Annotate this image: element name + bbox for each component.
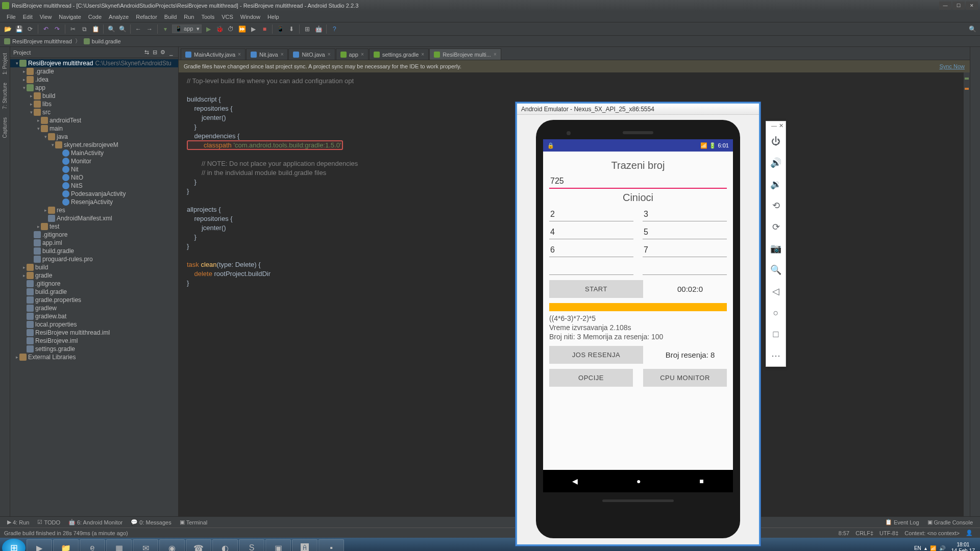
tree-node[interactable]: proguard-rules.pro <box>10 255 178 263</box>
android-icon[interactable]: 🤖 <box>314 24 323 34</box>
tree-node[interactable]: Monitor <box>10 157 178 165</box>
context-label[interactable]: Context: <no context> <box>901 530 963 536</box>
tree-node[interactable]: ▸androidTest <box>10 116 178 124</box>
tree-node[interactable]: settings.gradle <box>10 345 178 353</box>
start-button[interactable]: START <box>549 280 643 298</box>
captures-tool-button[interactable]: Captures <box>2 117 8 138</box>
tab-close-icon[interactable]: × <box>421 52 424 57</box>
nav-back-icon[interactable]: ◀ <box>572 477 578 485</box>
menu-code[interactable]: Code <box>85 14 105 20</box>
file-encoding[interactable]: UTF-8‡ <box>876 530 901 536</box>
tree-node[interactable]: ▸build <box>10 263 178 271</box>
find-icon[interactable]: 🔍 <box>107 24 116 34</box>
tree-node[interactable]: ▾src <box>10 108 178 116</box>
volume-down-icon[interactable]: 🔉 <box>766 173 786 195</box>
tray-flag-icon[interactable]: ▴ <box>924 545 927 551</box>
sync-now-link[interactable]: Sync Now <box>939 63 965 69</box>
redo-icon[interactable]: ↷ <box>53 24 62 34</box>
avd-icon[interactable]: 📱 <box>276 24 285 34</box>
editor-tab[interactable]: Nit.java× <box>246 48 288 60</box>
more-solutions-button[interactable]: JOS RESENJA <box>549 346 643 364</box>
help-icon[interactable]: ? <box>330 24 339 34</box>
line-sep[interactable]: CRLF‡ <box>852 530 876 536</box>
nav-home-icon[interactable]: ● <box>636 477 641 485</box>
emu-overview-icon[interactable]: □ <box>766 323 786 345</box>
rotate-left-icon[interactable]: ⟲ <box>766 195 786 216</box>
power-icon[interactable]: ⏻ <box>766 131 786 152</box>
menu-window[interactable]: Window <box>237 14 264 20</box>
tree-node[interactable]: gradlew.bat <box>10 312 178 320</box>
hide-panel-icon[interactable]: ⎯ <box>167 49 175 56</box>
tree-node[interactable]: ▸.idea <box>10 76 178 84</box>
editor-tab[interactable]: app× <box>336 48 369 60</box>
factor-4-input[interactable] <box>643 226 727 239</box>
menu-help[interactable]: Help <box>264 14 283 20</box>
close-button[interactable]: ✕ <box>966 2 978 10</box>
menu-build[interactable]: Build <box>161 14 180 20</box>
tree-node[interactable]: build.gradle <box>10 247 178 255</box>
tree-node[interactable]: PodesavanjaActivity <box>10 190 178 198</box>
nav-recent-icon[interactable]: ■ <box>699 477 703 485</box>
sdk-icon[interactable]: ⬇ <box>287 24 296 34</box>
tree-node[interactable]: ▸External Libraries <box>10 353 178 361</box>
tree-node[interactable]: ▸libs <box>10 100 178 108</box>
taskbar-eclipse[interactable]: ◐ <box>212 539 238 551</box>
taskbar-apps[interactable]: ▦ <box>106 539 132 551</box>
back-icon[interactable]: ← <box>134 24 143 34</box>
copy-icon[interactable]: ⧉ <box>80 24 89 34</box>
emu-tools-minimize-icon[interactable]: — <box>771 122 777 130</box>
more-icon[interactable]: ⋯ <box>766 345 786 366</box>
taskbar-media-player[interactable]: ▶ <box>27 539 52 551</box>
attach-icon[interactable]: ⏩ <box>237 24 247 34</box>
sync-icon[interactable]: ⟳ <box>26 24 35 34</box>
replace-icon[interactable]: 🔍 <box>118 24 127 34</box>
minimize-button[interactable]: — <box>939 2 951 10</box>
coverage-icon[interactable]: ▶ <box>249 24 258 34</box>
taskbar-clock[interactable]: 18:01 14-Feb-17 <box>948 542 978 551</box>
scroll-from-source-icon[interactable]: ⇆ <box>142 49 151 56</box>
menu-file[interactable]: File <box>3 14 19 20</box>
collapse-all-icon[interactable]: ⊟ <box>151 49 159 56</box>
tab-close-icon[interactable]: × <box>361 52 364 57</box>
menu-refactor[interactable]: Refactor <box>132 14 161 20</box>
lang-indicator[interactable]: EN <box>914 545 921 551</box>
cut-icon[interactable]: ✂ <box>68 24 78 34</box>
menu-run[interactable]: Run <box>180 14 198 20</box>
options-button[interactable]: OPCIJE <box>549 369 633 387</box>
paste-icon[interactable]: 📋 <box>91 24 100 34</box>
gradle-console-button[interactable]: ▣ Gradle Console <box>923 519 977 525</box>
taskbar-app1[interactable]: ▣ <box>265 539 291 551</box>
tree-node[interactable]: .gitignore <box>10 231 178 239</box>
run-icon[interactable]: ▶ <box>204 24 213 34</box>
inspections-icon[interactable]: 👤 <box>963 530 976 536</box>
tree-node[interactable]: ▸test <box>10 222 178 231</box>
factor-1-input[interactable] <box>549 208 633 221</box>
tree-node[interactable]: ResenjaActivity <box>10 198 178 206</box>
emu-home-icon[interactable]: ○ <box>766 302 786 323</box>
editor-tab[interactable]: settings.gradle× <box>369 48 429 60</box>
settings-icon[interactable]: ⚙ <box>159 49 167 56</box>
tree-node[interactable]: ▾skynet.resibrojeveM <box>10 141 178 149</box>
event-log-button[interactable]: 📋 Event Log <box>881 519 923 525</box>
taskbar-ie[interactable]: e <box>80 539 105 551</box>
tray-volume-icon[interactable]: 🔊 <box>939 545 945 551</box>
debug-icon[interactable]: 🐞 <box>215 24 224 34</box>
taskbar-viber[interactable]: ☎ <box>186 539 211 551</box>
project-tool-button[interactable]: 1: Project <box>2 53 8 74</box>
android-monitor-button[interactable]: 🤖 6: Android Monitor <box>64 519 127 525</box>
forward-icon[interactable]: → <box>145 24 154 34</box>
emulator-window[interactable]: Android Emulator - Nexus_5X_API_25_x86:5… <box>516 102 761 546</box>
make-icon[interactable]: ▾ <box>161 24 170 34</box>
save-icon[interactable]: 💾 <box>14 24 23 34</box>
rotate-right-icon[interactable]: ⟳ <box>766 216 786 238</box>
tree-node[interactable]: NitS <box>10 182 178 190</box>
tree-node[interactable]: app.iml <box>10 239 178 247</box>
tree-node[interactable]: gradlew <box>10 304 178 312</box>
factor-3-input[interactable] <box>549 226 633 239</box>
menu-navigate[interactable]: Navigate <box>55 14 84 20</box>
tree-node[interactable]: AndroidManifest.xml <box>10 214 178 222</box>
taskbar-explorer[interactable]: 📁 <box>53 539 79 551</box>
structure-tool-button[interactable]: 7: Structure <box>2 83 8 109</box>
taskbar-terminal[interactable]: ▪ <box>318 539 344 551</box>
tree-node[interactable]: ▾java <box>10 133 178 141</box>
